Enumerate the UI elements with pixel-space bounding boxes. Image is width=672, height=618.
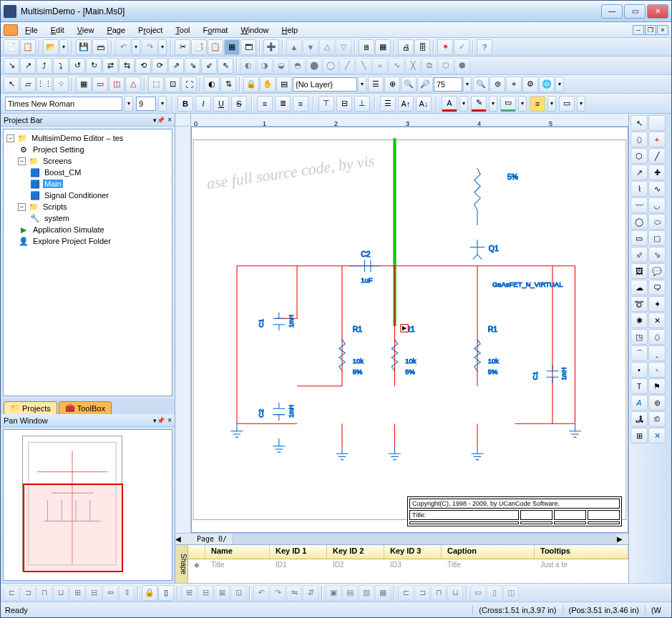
group3-button[interactable]: ⊠ [214, 585, 230, 601]
pic-tool[interactable]: 🏞 [630, 411, 648, 427]
menu-window[interactable]: Window [235, 24, 274, 36]
blank-tool[interactable] [648, 115, 666, 131]
align-left-button[interactable]: ≡ [257, 96, 273, 112]
font-family-drop[interactable]: ▾ [125, 96, 133, 112]
border-button[interactable]: ▭ [559, 96, 575, 112]
bold-button[interactable]: B [177, 96, 193, 112]
snap-grid-button[interactable]: ▦ [76, 77, 92, 92]
group2-button[interactable]: ⊟ [198, 585, 213, 601]
pan-viewport-rect[interactable] [23, 484, 123, 572]
wire-tool-11[interactable]: ⇗ [168, 58, 184, 74]
arc-tool-1[interactable]: ◐ [240, 58, 256, 74]
layer2-button[interactable]: ▤ [342, 585, 358, 601]
curve-tool[interactable]: ∿ [648, 181, 666, 197]
valign-top-button[interactable]: ⊤ [318, 96, 334, 112]
cube-tool[interactable]: ◳ [630, 329, 648, 345]
zoom-input[interactable] [434, 77, 462, 92]
wire-tool-6[interactable]: ↻ [86, 58, 102, 74]
font-family-combo[interactable] [5, 97, 122, 111]
tri-red-button[interactable]: △ [125, 77, 141, 92]
diag2-tool[interactable]: ⬂ [648, 247, 666, 263]
wire-tool-3[interactable]: ⤴ [36, 58, 52, 74]
space3-button[interactable]: ⊓ [431, 585, 447, 601]
tree-main[interactable]: Main [43, 180, 63, 188]
font-color-button[interactable]: A [442, 96, 457, 112]
col-keyid3[interactable]: Key ID 3 [384, 545, 442, 559]
grid-button[interactable]: ▦ [375, 39, 391, 55]
wire-tool-7[interactable]: ⇄ [102, 58, 118, 74]
dist-h-button[interactable]: ⇔ [102, 585, 118, 601]
select-button[interactable]: ▱ [20, 77, 36, 92]
arc-tool-13[interactable]: ⬡ [438, 58, 454, 74]
col-name[interactable]: Name [205, 545, 270, 559]
wire-tool-5[interactable]: ↺ [69, 58, 85, 74]
tree-boost[interactable]: Boost_CM [43, 168, 82, 177]
line-color-button[interactable]: ✎ [471, 96, 487, 112]
window-button[interactable]: 🗔 [240, 39, 256, 55]
line-tool[interactable]: ╱ [648, 148, 666, 164]
tree-appsim[interactable]: Application Simulate [31, 225, 106, 234]
projectbar-close-icon[interactable]: × [167, 116, 172, 124]
menu-format[interactable]: Format [198, 24, 234, 36]
font-up-button[interactable]: A↑ [398, 96, 414, 112]
space1-button[interactable]: ⊏ [398, 585, 414, 601]
font-size-drop[interactable]: ▾ [158, 96, 167, 112]
open-drop[interactable]: ▾ [59, 39, 68, 55]
zoom-fit-button[interactable]: ⊕ [384, 77, 400, 92]
lasso-tool[interactable]: ⬯ [630, 132, 648, 147]
callout2-tool[interactable]: 🗨 [648, 280, 666, 295]
image-tool[interactable]: 🖼 [630, 263, 648, 279]
layers-button[interactable]: ▤ [276, 77, 292, 92]
wire-tool-10[interactable]: ⟳ [152, 58, 167, 74]
frame-button[interactable]: ⬚ [148, 77, 164, 92]
burst-tool[interactable]: ✺ [630, 313, 648, 328]
arc-tool-11[interactable]: ╳ [405, 58, 421, 74]
lock-button[interactable]: 🔒 [243, 77, 259, 92]
wire-tool-13[interactable]: ⇙ [201, 58, 217, 74]
minimize-button[interactable]: — [601, 4, 623, 19]
italic-button[interactable]: I [195, 96, 211, 112]
tree-scripts[interactable]: Scripts [42, 202, 69, 211]
font-color-drop[interactable]: ▾ [459, 96, 468, 112]
arc-tool-6[interactable]: ◯ [323, 58, 339, 74]
open-button[interactable]: 📂 [43, 39, 59, 55]
wire-tool-2[interactable]: ↗ [20, 58, 36, 74]
mdi-close[interactable]: × [657, 25, 668, 35]
font-size-combo[interactable] [136, 97, 156, 111]
size2-button[interactable]: ▯ [487, 585, 502, 601]
highlight-drop[interactable]: ▾ [547, 96, 556, 112]
maximize-button[interactable]: ▭ [624, 4, 646, 19]
align-l-button[interactable]: ⊏ [4, 585, 19, 601]
arc-tool-3[interactable]: ◒ [273, 58, 289, 74]
cut-button[interactable]: ✂ [175, 39, 190, 55]
wire-tool-1[interactable]: ↘ [4, 58, 19, 74]
help-button[interactable]: ? [477, 39, 492, 55]
tree-expand-root[interactable]: − [6, 134, 14, 142]
wand-button[interactable]: ✓ [454, 39, 469, 55]
projectbar-pin-icon[interactable]: ▾📌 [153, 117, 165, 124]
menu-page[interactable]: Page [101, 24, 131, 36]
wire-tool-8[interactable]: ⇆ [119, 58, 135, 74]
tree-root[interactable]: MultisimDemo Editor – tes [30, 134, 125, 142]
size3-button[interactable]: ◫ [503, 585, 519, 601]
view-drop[interactable]: ▾ [555, 77, 564, 92]
panwindow-pin-icon[interactable]: ▾📌 [153, 417, 165, 424]
flip-h-button[interactable]: ⇋ [286, 585, 302, 601]
layer3-button[interactable]: ▥ [359, 585, 374, 601]
forward-button[interactable]: △ [319, 39, 335, 55]
grid-row[interactable]: ◆ Title ID1 ID2 ID3 Title Just a te [188, 559, 628, 570]
arc-tool-12[interactable]: ⧉ [422, 58, 437, 74]
plus-tool[interactable]: ✚ [648, 165, 666, 180]
arc-tool-7[interactable]: ╱ [339, 58, 355, 74]
undo-button[interactable]: ↶ [115, 39, 131, 55]
arrow-tool[interactable]: ↗ [630, 165, 648, 180]
zoom-in-button[interactable]: 🔎 [417, 77, 433, 92]
page-scrollbar[interactable]: ◀ Page 0/ ▶ [175, 533, 628, 544]
oval-tool[interactable]: ⬯ [648, 329, 666, 345]
tree-system[interactable]: system [43, 214, 71, 222]
tab-projects[interactable]: 📁Projects [4, 401, 57, 414]
arc-tool-5[interactable]: ⬤ [306, 58, 322, 74]
spiral-tool[interactable]: ➰ [630, 296, 648, 312]
mirror-button[interactable]: ◐ [204, 77, 220, 92]
group4-button[interactable]: ⊡ [230, 585, 246, 601]
